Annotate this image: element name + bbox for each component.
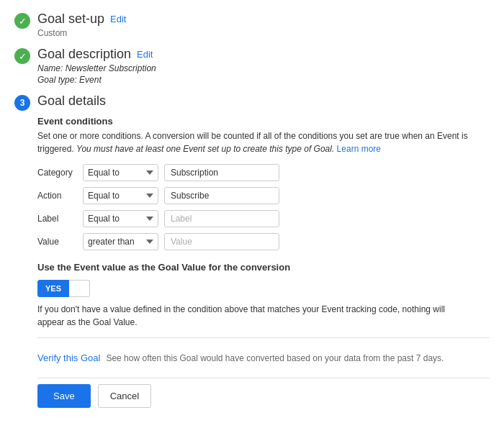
condition-select-label[interactable]: Equal to Begins with Regular expression [83,210,158,227]
step2-header: Goal description Edit [37,47,490,62]
step2-type-value: Event [79,75,102,85]
event-conditions: Event conditions Set one or more conditi… [37,116,490,155]
footer-buttons: Save Cancel [37,378,490,408]
toggle-yes-button[interactable]: YES [37,280,69,297]
verify-section: Verify this Goal See how often this Goal… [37,347,490,369]
condition-row-category: Category Equal to Begins with Regular ex… [37,164,490,181]
event-conditions-title: Event conditions [37,116,490,127]
goal-value-desc: If you don't have a value defined in the… [37,303,469,329]
step3-header: Goal details [37,94,490,109]
toggle-no-button[interactable] [69,280,90,297]
step2-name-value: Newsletter Subscription [66,63,156,73]
step2-name-label: Name: [37,63,63,73]
learn-more-link[interactable]: Learn more [337,144,381,154]
step3-section: 3 Goal details Event conditions Set one … [14,94,490,408]
condition-input-category[interactable] [164,164,279,181]
step2-type: Goal type: Event [37,75,490,85]
step2-edit-link[interactable]: Edit [137,49,153,60]
conditions-table: Category Equal to Begins with Regular ex… [37,164,490,250]
step2-check-icon: ✓ [14,48,30,64]
step2-name: Name: Newsletter Subscription [37,63,490,73]
condition-input-value[interactable] [164,233,279,250]
verify-goal-link[interactable]: Verify this Goal [37,352,100,363]
step3-title: Goal details [37,94,106,109]
step3-badge: 3 [14,95,30,111]
condition-select-action[interactable]: Equal to Begins with Regular expression [83,187,158,204]
condition-label-value: Value [37,237,77,247]
step1-check-icon: ✓ [14,13,30,29]
step3-content: Goal details Event conditions Set one or… [37,94,490,408]
step1-section: ✓ Goal set-up Edit Custom [14,12,490,38]
save-button[interactable]: Save [37,384,91,408]
condition-select-value[interactable]: greater than Equal to less than [83,233,158,250]
event-conditions-italic-text: You must have at least one Event set up … [76,144,334,154]
step1-title: Goal set-up [37,12,104,27]
condition-row-label: Label Equal to Begins with Regular expre… [37,210,490,227]
step2-content: Goal description Edit Name: Newsletter S… [37,47,490,85]
step1-header: Goal set-up Edit [37,12,490,27]
goal-value-title: Use the Event value as the Goal Value fo… [37,262,490,273]
cancel-button[interactable]: Cancel [98,384,151,408]
toggle-container: YES [37,280,490,297]
step1-content: Goal set-up Edit Custom [37,12,490,38]
step2-section: ✓ Goal description Edit Name: Newsletter… [14,47,490,85]
condition-input-action[interactable] [164,187,279,204]
event-conditions-desc: Set one or more conditions. A conversion… [37,129,490,155]
condition-label-action: Action [37,191,77,201]
condition-select-category[interactable]: Equal to Begins with Regular expression [83,164,158,181]
goal-value-section: Use the Event value as the Goal Value fo… [37,262,490,329]
condition-row-action: Action Equal to Begins with Regular expr… [37,187,490,204]
step1-subtitle: Custom [37,28,490,38]
condition-label-label: Label [37,214,77,224]
condition-row-value: Value greater than Equal to less than [37,233,490,250]
condition-input-label[interactable] [164,210,279,227]
condition-label-category: Category [37,168,77,178]
step1-edit-link[interactable]: Edit [110,14,126,24]
divider-1 [37,337,490,338]
step2-type-label: Goal type: [37,75,77,85]
step2-title: Goal description [37,47,131,62]
verify-desc: See how often this Goal would have conve… [106,353,444,363]
